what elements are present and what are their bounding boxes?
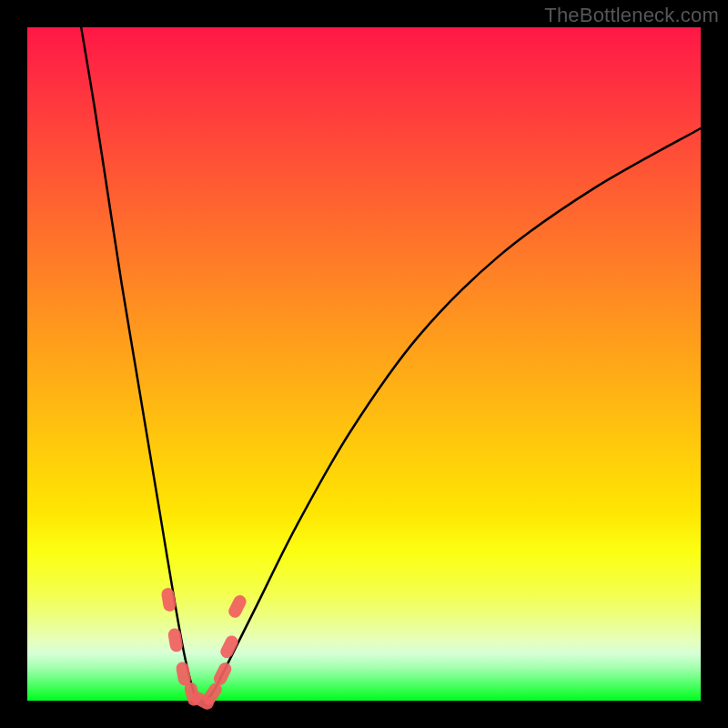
curve-marker	[227, 593, 248, 621]
curve-marker	[167, 627, 184, 652]
plot-area	[27, 27, 701, 701]
curve-marker	[160, 587, 177, 612]
curve-layer	[27, 27, 701, 701]
chart-frame: TheBottleneck.com	[0, 0, 728, 728]
watermark-text: TheBottleneck.com	[544, 4, 719, 27]
